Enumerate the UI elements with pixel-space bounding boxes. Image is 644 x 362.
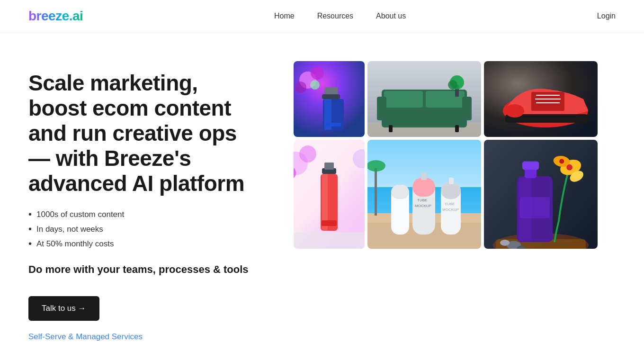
svg-text:TUBE: TUBE: [445, 202, 455, 206]
svg-text:MOCKUP: MOCKUP: [442, 208, 459, 212]
nav-links: Home Resources About us: [274, 12, 406, 20]
bullet-list: 1000s of custom content In days, not wee…: [28, 209, 256, 249]
svg-point-3: [295, 81, 306, 93]
svg-text:TUBE: TUBE: [417, 198, 427, 202]
svg-rect-54: [441, 182, 461, 199]
svg-point-74: [500, 240, 510, 246]
svg-point-2: [311, 66, 324, 80]
logo-text: breeze.ai: [28, 9, 83, 23]
svg-rect-14: [384, 91, 423, 108]
svg-rect-22: [455, 125, 459, 132]
nav-login[interactable]: Login: [597, 12, 616, 20]
bullet-item-2: In days, not weeks: [28, 224, 256, 235]
svg-rect-5: [322, 94, 340, 99]
svg-rect-40: [322, 220, 337, 226]
image-orchid: [484, 140, 598, 249]
svg-rect-49: [412, 178, 435, 197]
svg-rect-41: [294, 232, 365, 249]
main-content: Scale marketing, boost ecom content and …: [0, 33, 644, 361]
nav-about[interactable]: About us: [376, 12, 406, 20]
cta-button[interactable]: Talk to us →: [28, 296, 99, 321]
svg-rect-59: [391, 185, 409, 199]
svg-point-72: [559, 159, 564, 163]
hero-heading: Scale marketing, boost ecom content and …: [28, 71, 256, 196]
image-perfume: [294, 61, 365, 137]
left-panel: Scale marketing, boost ecom content and …: [28, 61, 256, 342]
image-grid: TUBE MOCKUP TUBE MOCKUP: [294, 61, 616, 249]
svg-rect-67: [520, 197, 550, 218]
navbar: breeze.ai Home Resources About us Login: [0, 0, 644, 33]
svg-point-30: [505, 104, 524, 118]
svg-rect-37: [324, 163, 334, 170]
svg-rect-50: [421, 173, 427, 180]
svg-rect-46: [375, 168, 377, 216]
image-sofa: [367, 61, 481, 137]
svg-rect-55: [449, 178, 454, 184]
svg-point-4: [310, 80, 320, 90]
image-nailpolish: [294, 140, 365, 249]
nav-resources[interactable]: Resources: [317, 12, 353, 20]
svg-rect-17: [462, 97, 472, 120]
logo[interactable]: breeze.ai: [28, 9, 83, 24]
svg-rect-66: [522, 162, 539, 170]
image-tubes: TUBE MOCKUP TUBE MOCKUP: [367, 140, 481, 249]
svg-text:MOCKUP: MOCKUP: [415, 204, 431, 208]
nav-home[interactable]: Home: [274, 12, 295, 20]
do-more-text: Do more with your teams, processes & too…: [28, 262, 256, 277]
svg-rect-21: [389, 125, 393, 132]
self-serve-link[interactable]: Self-Serve & Managed Services: [28, 332, 256, 342]
svg-point-33: [299, 145, 316, 163]
bullet-item-3: At 50% monthly costs: [28, 238, 256, 249]
image-shoe: [484, 61, 598, 137]
svg-rect-9: [326, 123, 341, 127]
svg-point-20: [448, 80, 457, 90]
svg-point-71: [566, 164, 572, 171]
bullet-item-1: 1000s of custom content: [28, 209, 256, 220]
svg-rect-6: [324, 87, 338, 94]
svg-rect-16: [377, 97, 386, 120]
